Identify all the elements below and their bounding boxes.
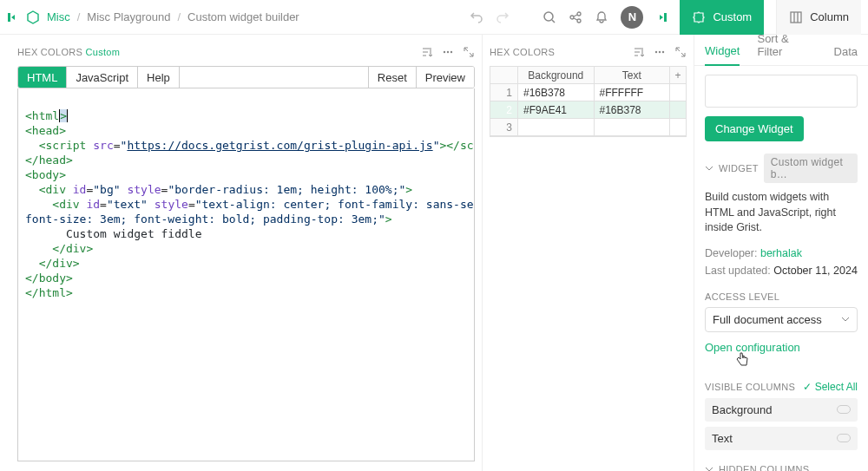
change-widget-button[interactable]: Change Widget — [705, 116, 804, 141]
hidden-columns-label: HIDDEN COLUMNS — [719, 464, 809, 472]
visible-column-text[interactable]: Text — [705, 427, 858, 450]
panel-tab-widget[interactable]: Widget — [705, 44, 740, 66]
breadcrumb-3[interactable]: Custom widget builder — [187, 10, 299, 23]
custom-label: Custom — [713, 10, 752, 23]
custom-button[interactable]: Custom — [680, 0, 764, 35]
expand-icon[interactable] — [674, 46, 687, 58]
chevron-down-icon[interactable] — [705, 465, 713, 472]
dock-right-icon[interactable] — [655, 11, 667, 23]
share-icon[interactable] — [569, 10, 582, 24]
svg-point-6 — [447, 51, 449, 53]
access-level-label: ACCESS LEVEL — [705, 291, 858, 302]
widget-preview-box — [705, 75, 858, 108]
code-editor[interactable]: <html> <head> <script src="https://docs.… — [17, 88, 475, 461]
chevron-down-icon — [841, 315, 850, 324]
col-header-background[interactable]: Background — [518, 67, 595, 83]
tab-reset[interactable]: Reset — [369, 67, 417, 88]
bell-icon[interactable] — [595, 10, 608, 24]
svg-point-10 — [662, 51, 664, 53]
add-column-button[interactable]: + — [670, 67, 686, 83]
svg-point-5 — [444, 51, 445, 53]
tab-javascript[interactable]: JavaScript — [67, 67, 138, 88]
svg-point-3 — [577, 19, 581, 23]
tab-preview[interactable]: Preview — [417, 67, 474, 88]
dock-left-icon[interactable] — [7, 11, 19, 23]
table-row[interactable]: 3 — [490, 119, 686, 136]
svg-point-0 — [544, 12, 553, 21]
table-section-title: HEX COLORS — [490, 47, 555, 57]
visible-column-background[interactable]: Background — [705, 398, 858, 422]
svg-point-1 — [570, 16, 574, 19]
col-header-text[interactable]: Text — [595, 67, 671, 83]
more-icon[interactable] — [442, 46, 454, 58]
panel-tab-data[interactable]: Data — [834, 45, 858, 65]
svg-point-9 — [659, 51, 661, 53]
column-icon — [789, 10, 803, 24]
select-all-link[interactable]: ✓ Select All — [803, 381, 858, 393]
panel-tab-sort[interactable]: Sort & Filter — [757, 35, 816, 65]
column-button[interactable]: Column — [776, 0, 861, 35]
svg-point-8 — [655, 51, 657, 53]
chevron-down-icon[interactable] — [705, 164, 713, 173]
breadcrumb-2[interactable]: Misc Playground — [87, 10, 170, 23]
svg-point-7 — [450, 51, 452, 53]
widget-section-label: WIDGET — [719, 163, 759, 173]
avatar[interactable]: N — [621, 6, 643, 29]
widget-description: Build custom widgets with HTML and JavaS… — [705, 190, 858, 236]
cursor-hand-icon — [736, 352, 868, 369]
svg-rect-4 — [791, 12, 801, 23]
data-table[interactable]: Background Text + 1 #16B378 #FFFFFF 2 #F… — [490, 66, 687, 137]
widget-name-badge: Custom widget b… — [764, 154, 858, 183]
tab-html[interactable]: HTML — [18, 67, 67, 88]
editor-section-title: HEX COLORS Custom — [17, 47, 120, 57]
svg-point-2 — [577, 12, 581, 16]
undo-icon[interactable] — [470, 10, 483, 24]
breadcrumb-1[interactable]: Misc — [47, 10, 70, 23]
access-level-select[interactable]: Full document access — [705, 307, 858, 332]
table-row[interactable]: 1 #16B378 #FFFFFF — [490, 84, 686, 101]
column-label: Column — [810, 10, 849, 23]
puzzle-icon — [692, 10, 706, 24]
tab-help[interactable]: Help — [138, 67, 180, 88]
doc-icon — [26, 10, 40, 24]
search-icon[interactable] — [542, 10, 556, 24]
sort-icon[interactable] — [633, 46, 645, 58]
visible-columns-label: VISIBLE COLUMNS — [705, 382, 795, 392]
table-row[interactable]: 2 #F9AE41 #16B378 — [490, 101, 686, 119]
toggle-icon[interactable] — [837, 434, 851, 442]
more-icon[interactable] — [654, 46, 666, 58]
sort-icon[interactable] — [421, 46, 433, 58]
redo-icon[interactable] — [496, 10, 510, 24]
developer-link[interactable]: berhalak — [760, 247, 802, 259]
toggle-icon[interactable] — [837, 405, 851, 414]
expand-icon[interactable] — [463, 46, 475, 58]
editor-tabs: HTML JavaScript Help Reset Preview — [17, 66, 475, 88]
